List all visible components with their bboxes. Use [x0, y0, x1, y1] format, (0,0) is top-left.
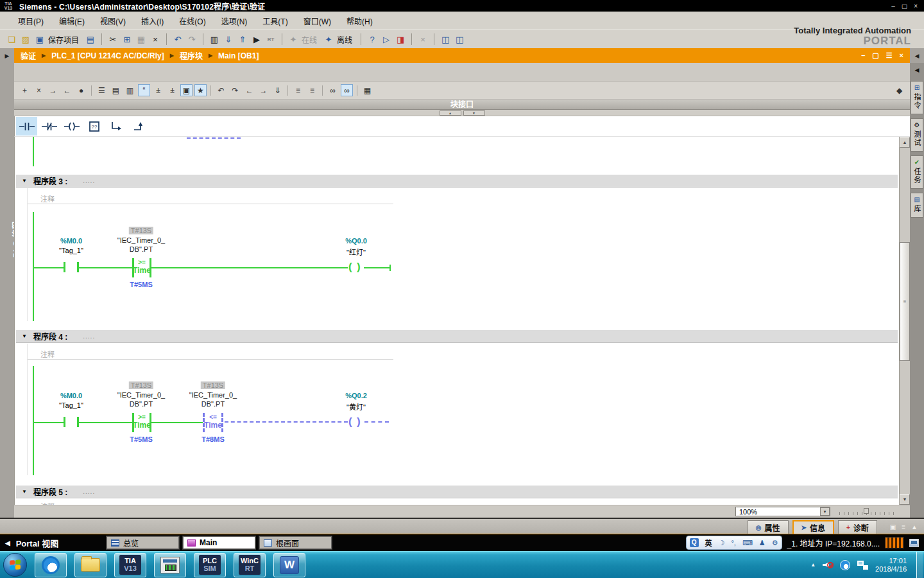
show-absolute-operands-icon[interactable]: ☰	[96, 84, 108, 96]
ime-settings-icon[interactable]: ⚙	[772, 539, 778, 547]
zoom-slider[interactable]	[839, 508, 896, 516]
next-error-icon[interactable]: ↷	[229, 84, 241, 96]
menu-insert[interactable]: 插入(I)	[133, 13, 171, 28]
paste-icon[interactable]: ▦	[135, 33, 148, 46]
start-cpu-icon[interactable]: ▶	[250, 33, 263, 46]
monitoring-toggle-icon[interactable]: ∞	[341, 84, 353, 96]
tab-libraries[interactable]: ▤ 库	[911, 193, 923, 218]
menu-options[interactable]: 选项(N)	[214, 13, 255, 28]
breadcrumb-project[interactable]: 验证	[21, 50, 36, 61]
monitor-style-icon[interactable]: ∞	[327, 84, 339, 96]
splitter-down-icon[interactable]: ▼	[463, 110, 485, 116]
zoom-slider-thumb[interactable]	[864, 508, 869, 514]
rt-icon[interactable]: RT	[264, 33, 277, 46]
accessible-devices-icon[interactable]: ?	[366, 33, 379, 46]
soft-keyboard-icon[interactable]: ⌨	[742, 539, 753, 547]
closed-contact-icon[interactable]	[38, 117, 60, 136]
tab-diagnostics[interactable]: + 诊断	[838, 520, 877, 534]
empty-box-icon[interactable]: ??	[83, 117, 105, 136]
network-4-title[interactable]: 程序段 4 :	[33, 331, 67, 342]
user-phrases-icon[interactable]: ♟	[759, 539, 766, 547]
contact-tag[interactable]: "Tag_1"	[59, 401, 83, 409]
contact-bar[interactable]	[64, 262, 65, 272]
block-interface-header[interactable]: 块接口	[14, 100, 910, 110]
editor-close-icon[interactable]: ×	[900, 51, 903, 60]
download-icon[interactable]: ⇓	[222, 33, 235, 46]
coil-tag[interactable]: "黄灯"	[346, 401, 366, 412]
call-structure-icon[interactable]: ▦	[361, 84, 373, 96]
taskbar-qq-browser[interactable]	[35, 553, 67, 577]
zoom-dropdown-icon[interactable]: ▼	[820, 507, 830, 516]
lang-cn-en-icon[interactable]: 英	[705, 538, 712, 548]
collapse-all-icon[interactable]: ±	[166, 84, 178, 96]
network-5-title-placeholder[interactable]: .....	[83, 488, 95, 495]
ime-logo-icon[interactable]: Q	[690, 538, 699, 547]
menu-view[interactable]: 视图(V)	[92, 13, 133, 28]
coil-right-icon[interactable]: )	[357, 261, 361, 272]
insert-network-icon[interactable]: +	[19, 84, 31, 96]
compile-icon[interactable]: ▥	[208, 33, 221, 46]
network-3-title-placeholder[interactable]: .....	[83, 177, 95, 184]
compare-datatype[interactable]: Time	[133, 421, 151, 430]
compare-operand-line1[interactable]: "IEC_Timer_0_	[189, 391, 237, 399]
vertical-scrollbar[interactable]: ▲ ≡ ▼	[899, 137, 910, 505]
compare-value[interactable]: T#5MS	[130, 281, 152, 288]
network-3-header[interactable]: ▼ 程序段 3 : .....	[16, 175, 898, 188]
contact-address[interactable]: %M0.0	[60, 237, 82, 245]
network-4-comment[interactable]: 注释	[40, 349, 55, 359]
taskbar-clock[interactable]: 17:01 2018/4/16	[875, 557, 907, 574]
save-project-icon[interactable]: ▣	[33, 33, 46, 46]
coil-icon[interactable]	[61, 117, 82, 136]
contact-address[interactable]: %M0.0	[60, 392, 82, 399]
network-title-icon[interactable]: ▥	[124, 84, 136, 96]
punctuation-icon[interactable]: °,	[731, 539, 735, 547]
tab-properties[interactable]: ◎ 属性	[748, 520, 789, 534]
cut-icon[interactable]: ✂	[107, 33, 119, 46]
compare-symbol[interactable]: <=	[209, 414, 217, 421]
expand-all-icon[interactable]: ±	[152, 84, 164, 96]
undo-icon[interactable]: ↶	[171, 33, 184, 46]
go-online-icon[interactable]: ✦	[287, 33, 300, 46]
editor-menu-icon[interactable]: ☰	[886, 51, 893, 60]
reset-start-icon[interactable]: ●	[75, 84, 87, 96]
coil-left-icon[interactable]: (	[348, 261, 352, 272]
menu-window[interactable]: 窗口(W)	[296, 13, 339, 28]
menu-project[interactable]: 项目(P)	[10, 13, 51, 28]
delete-icon[interactable]: ×	[149, 33, 162, 46]
scrollbar-thumb[interactable]: ≡	[900, 242, 910, 361]
box-io-toggle-icon[interactable]: ▣	[180, 84, 193, 96]
taskbar-plcsim[interactable]: PLCSIM	[194, 553, 226, 577]
comments-toggle-icon[interactable]: “	[138, 84, 150, 96]
ladder-canvas[interactable]: ▼ 程序段 3 : ..... 注释 %M0.0 "Tag_1" T#13S "…	[14, 137, 899, 505]
collapse-right-panel-icon[interactable]: ◀	[910, 48, 924, 63]
editor-button-main[interactable]: Main	[183, 536, 255, 549]
compare-operand-line1[interactable]: "IEC_Timer_0_	[117, 391, 165, 399]
start-sim-icon[interactable]: ▷	[380, 33, 393, 46]
coil-tag[interactable]: "红灯"	[346, 247, 366, 257]
network-3-title[interactable]: 程序段 3 :	[33, 175, 67, 186]
cross-references-icon[interactable]: ×	[416, 33, 429, 46]
new-project-icon[interactable]: ❏	[5, 33, 18, 46]
delete-network-icon[interactable]: ×	[33, 84, 45, 96]
taskbar-plc-config[interactable]	[154, 553, 186, 577]
network-5-comment[interactable]: 注释	[40, 501, 55, 505]
compare-datatype[interactable]: Time	[204, 421, 222, 430]
editor-minimize-icon[interactable]: –	[861, 51, 865, 60]
split-horizontal-icon[interactable]: ◫	[439, 33, 452, 46]
collapse-left-panel-icon[interactable]: ▶	[0, 48, 14, 63]
compare-value[interactable]: T#8MS	[201, 435, 224, 443]
compare-operand-line2[interactable]: DB".PT	[130, 400, 153, 408]
ime-toolbar[interactable]: Q 英 ☽ °, ⌨ ♟ ⚙	[686, 536, 782, 550]
open-editor-icon[interactable]: ◆	[893, 84, 905, 96]
breadcrumb-plc[interactable]: PLC_1 [CPU 1214C AC/DC/Rly]	[51, 51, 164, 60]
taskbar-wincc-rt[interactable]: WinCRT	[234, 553, 266, 577]
print-icon[interactable]: ▤	[84, 33, 97, 46]
tray-qq-icon[interactable]	[840, 560, 850, 570]
network-sequence-icon[interactable]: ▤	[110, 84, 122, 96]
open-branch-icon[interactable]	[106, 117, 127, 136]
editor-button-overview[interactable]: 总览	[107, 536, 179, 549]
portal-view-button[interactable]: ◀ Portal 视图	[5, 537, 107, 549]
tab-tasks[interactable]: ✔ 任务	[911, 155, 923, 189]
goto-next-icon[interactable]: →	[257, 84, 270, 96]
goto-previous-icon[interactable]: ←	[243, 84, 255, 96]
